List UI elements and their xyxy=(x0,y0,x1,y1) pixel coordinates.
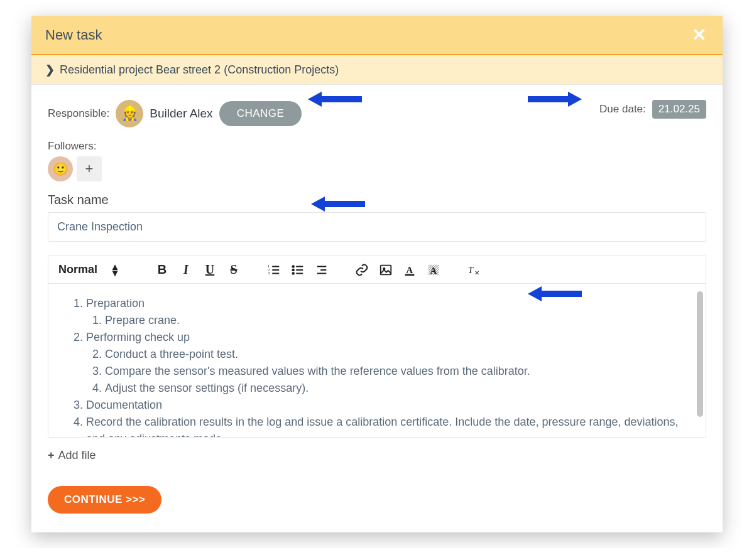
close-icon[interactable]: ✕ xyxy=(689,24,709,45)
list-item: Prepare crane. xyxy=(105,312,687,329)
task-name-label: Task name xyxy=(48,193,706,207)
svg-rect-9 xyxy=(381,265,391,274)
strikethrough-icon[interactable]: S xyxy=(227,262,241,277)
format-dropdown-label: Normal xyxy=(58,263,97,276)
indent-icon[interactable] xyxy=(315,263,329,277)
change-responsible-button[interactable]: CHANGE xyxy=(219,101,302,126)
bold-icon[interactable]: B xyxy=(155,262,169,277)
underline-icon[interactable]: U xyxy=(203,262,217,277)
modal-title: New task xyxy=(45,27,102,43)
list-item: Documentation xyxy=(86,397,687,414)
due-date-value[interactable]: 21.02.25 xyxy=(652,100,706,119)
list-item: Adjust the sensor settings (if necessary… xyxy=(105,380,687,397)
svg-text:T: T xyxy=(468,264,474,274)
list-item: Preparation Prepare crane. xyxy=(86,295,687,329)
background-color-icon[interactable]: A xyxy=(427,263,440,277)
text-color-icon[interactable]: A xyxy=(403,263,417,277)
responsible-row: Responsible: 👷 Builder Alex CHANGE Due d… xyxy=(48,100,706,127)
ordered-list-icon[interactable]: 123 xyxy=(267,263,281,277)
svg-point-8 xyxy=(292,272,294,274)
list-item: Compare the sensor's measured values wit… xyxy=(105,363,687,380)
list-item: Conduct a three-point test. xyxy=(105,346,687,363)
format-dropdown[interactable]: Normal ▴▾ xyxy=(58,263,129,276)
link-icon[interactable] xyxy=(355,263,369,277)
new-task-modal: New task ✕ ❯ Residential project Bear st… xyxy=(31,16,723,532)
list-item: Performing check up Conduct a three-poin… xyxy=(86,329,687,397)
svg-point-7 xyxy=(292,269,294,271)
follower-avatar[interactable]: 🙂 xyxy=(48,156,73,181)
followers-section: Followers: 🙂 + xyxy=(48,140,706,181)
unordered-list-icon[interactable] xyxy=(291,263,305,277)
svg-point-6 xyxy=(292,266,294,267)
add-follower-button[interactable]: + xyxy=(77,156,102,181)
clear-format-icon[interactable]: T✕ xyxy=(467,263,481,277)
task-name-input[interactable] xyxy=(48,212,706,242)
followers-label: Followers: xyxy=(48,140,96,152)
add-file-label: Add file xyxy=(58,449,96,462)
plus-icon: + xyxy=(48,449,55,462)
svg-text:A: A xyxy=(407,264,413,274)
modal-body: Responsible: 👷 Builder Alex CHANGE Due d… xyxy=(31,85,723,532)
due-date-section: Due date: 21.02.25 xyxy=(599,100,706,119)
add-file-button[interactable]: + Add file xyxy=(48,449,706,462)
continue-button[interactable]: CONTINUE >>> xyxy=(48,486,161,514)
scrollbar[interactable] xyxy=(697,291,703,417)
breadcrumb-text: Residential project Bear street 2 (Const… xyxy=(60,63,339,77)
due-date-label: Due date: xyxy=(599,103,646,116)
svg-text:3: 3 xyxy=(268,271,270,275)
editor-toolbar: Normal ▴▾ B I U S 123 xyxy=(48,256,706,284)
svg-rect-12 xyxy=(405,274,415,276)
responsible-avatar[interactable]: 👷 xyxy=(116,100,143,127)
italic-icon[interactable]: I xyxy=(179,262,193,277)
responsible-label: Responsible: xyxy=(48,107,109,120)
breadcrumb[interactable]: ❯ Residential project Bear street 2 (Con… xyxy=(31,55,723,85)
editor-content-area[interactable]: Preparation Prepare crane. Performing ch… xyxy=(48,284,706,437)
rich-text-editor: Normal ▴▾ B I U S 123 xyxy=(48,256,706,438)
svg-text:✕: ✕ xyxy=(474,269,479,276)
list-item: Record the calibration results in the lo… xyxy=(86,414,687,437)
responsible-name: Builder Alex xyxy=(150,107,212,121)
modal-header: New task ✕ xyxy=(31,16,723,55)
image-icon[interactable] xyxy=(379,263,393,277)
svg-text:A: A xyxy=(430,265,437,275)
chevron-updown-icon: ▴▾ xyxy=(112,264,115,276)
chevron-right-icon: ❯ xyxy=(45,63,55,77)
